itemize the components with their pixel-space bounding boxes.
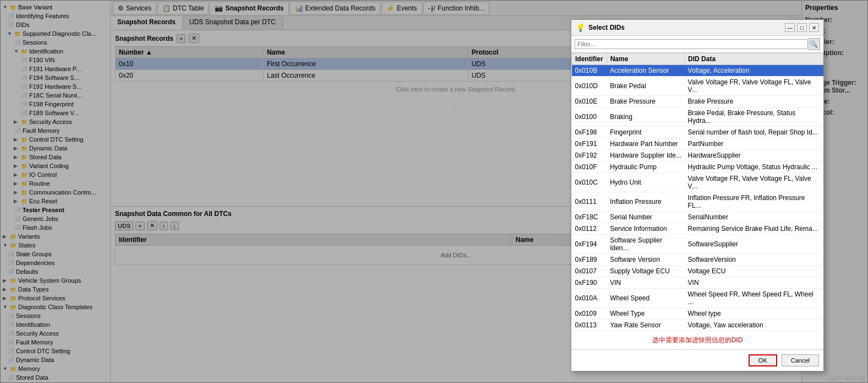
did-cell-id: 0xF18C	[572, 212, 607, 223]
did-cell-data: Brake Pressure	[685, 96, 823, 107]
did-cell-name: Software Supplier Iden...	[607, 235, 684, 254]
did-cell-data: Serial number of flash tool, Repair Shop…	[685, 127, 823, 138]
did-row[interactable]: 0xF190 VIN VIN	[572, 277, 823, 289]
did-row[interactable]: 0x010E Brake Pressure Brake Pressure	[572, 96, 823, 107]
did-cell-data: Brake Pedal, Brake Pressure, Status Hydr…	[685, 107, 823, 127]
did-row[interactable]: 0x010C Hydro Unit Valve Voltage FR, Valv…	[572, 173, 823, 192]
did-cell-name: Hydraulic Pump	[607, 161, 684, 173]
ok-button[interactable]: OK	[749, 354, 777, 366]
did-cell-data: SoftwareVersion	[685, 254, 823, 266]
did-row[interactable]: 0x010A Wheel Speed Wheel Speed FR, Wheel…	[572, 289, 823, 308]
did-cell-id: 0xF189	[572, 254, 607, 266]
did-cell-id: 0x010F	[572, 161, 607, 173]
dialog-title: Select DIDs	[588, 24, 782, 31]
did-cell-data: Wheel type	[685, 308, 823, 320]
did-row[interactable]: 0x010D Brake Pedal Valve Voltage FR, Val…	[572, 77, 823, 96]
did-row[interactable]: 0x0100 Braking Brake Pedal, Brake Pressu…	[572, 107, 823, 127]
did-cell-data: Remaining Service Brake Fluid Life, Rema…	[685, 223, 823, 235]
search-icon[interactable]: 🔍	[808, 38, 820, 50]
did-cell-data: Voltage ECU	[685, 266, 823, 277]
did-row[interactable]: 0x0109 Wheel Type Wheel type	[572, 308, 823, 320]
dialog-titlebar: 💡 Select DIDs — □ ✕	[571, 20, 823, 36]
did-row[interactable]: 0x0113 Yaw Rate Sensor Voltage, Yaw acce…	[572, 320, 823, 331]
did-cell-id: 0x0107	[572, 266, 607, 277]
did-cell-name: Hardware Part Number	[607, 138, 684, 150]
did-cell-data: Inflation Pressure FR, Inflation Pressur…	[685, 192, 823, 212]
did-row[interactable]: 0xF189 Software Version SoftwareVersion	[572, 254, 823, 266]
did-cell-name: Software Version	[607, 254, 684, 266]
did-cell-id: 0x0113	[572, 320, 607, 331]
did-row[interactable]: 0x0112 Service Information Remaining Ser…	[572, 223, 823, 235]
dialog-maximize-button[interactable]: □	[797, 23, 807, 32]
did-cell-id: 0x010D	[572, 77, 607, 96]
did-cell-data: VIN	[685, 277, 823, 289]
did-cell-id: 0x0112	[572, 223, 607, 235]
did-cell-data: HardwareSupplier	[685, 150, 823, 161]
dialog-search-bar: 🔍	[571, 36, 823, 53]
did-cell-id: 0x010C	[572, 173, 607, 192]
did-cell-data: Wheel Speed FR, Wheel Speed FL, Wheel ..…	[685, 289, 823, 308]
watermark: CSDN @up day	[827, 375, 866, 381]
did-row[interactable]: 0xF18C Serial Number SerialNumber	[572, 212, 823, 223]
did-cell-data: Hydraulic Pump Voltage, Status Hydraulic…	[685, 161, 823, 173]
dialog-controls: — □ ✕	[785, 23, 819, 32]
did-row[interactable]: 0x0107 Supply Voltage ECU Voltage ECU	[572, 266, 823, 277]
did-cell-name: VIN	[607, 277, 684, 289]
did-cell-id: 0xF192	[572, 150, 607, 161]
did-cell-name: Hardware Supplier Ide...	[607, 150, 684, 161]
did-cell-data: SerialNumber	[685, 212, 823, 223]
cancel-button[interactable]: Cancel	[782, 354, 819, 366]
did-cell-name: Acceleration Sensor	[607, 65, 684, 77]
did-row[interactable]: 0x0111 Inflation Pressure Inflation Pres…	[572, 192, 823, 212]
did-cell-name: Braking	[607, 107, 684, 127]
did-cell-id: 0xF190	[572, 277, 607, 289]
did-cell-id: 0x0111	[572, 192, 607, 212]
did-cell-name: Inflation Pressure	[607, 192, 684, 212]
did-col-data: DID Data	[685, 53, 823, 65]
did-cell-data: Valve Voltage FR, Valve Voltage FL, Valv…	[685, 77, 823, 96]
did-cell-name: Brake Pedal	[607, 77, 684, 96]
did-cell-data: Voltage, Acceleration	[685, 65, 823, 77]
did-cell-data: Valve Voltage FR, Valve Voltage FL, Valv…	[685, 173, 823, 192]
did-cell-id: 0xF194	[572, 235, 607, 254]
did-cell-data: SoftwareSupplier	[685, 235, 823, 254]
did-row[interactable]: 0x010F Hydraulic Pump Hydraulic Pump Vol…	[572, 161, 823, 173]
filter-input[interactable]	[575, 39, 808, 49]
dialog-table: Identifier Name DID Data 0x010B Accelera…	[571, 53, 823, 331]
did-cell-id: 0x0109	[572, 308, 607, 320]
did-cell-id: 0x010E	[572, 96, 607, 107]
did-row[interactable]: 0x010B Acceleration Sensor Voltage, Acce…	[572, 65, 823, 77]
did-cell-id: 0x010B	[572, 65, 607, 77]
dialog-close-button[interactable]: ✕	[809, 23, 819, 32]
did-cell-name: Supply Voltage ECU	[607, 266, 684, 277]
did-cell-id: 0xF191	[572, 138, 607, 150]
did-row[interactable]: 0xF194 Software Supplier Iden... Softwar…	[572, 235, 823, 254]
dialog-footer: OK Cancel	[571, 349, 823, 371]
did-selection-table: Identifier Name DID Data 0x010B Accelera…	[571, 53, 823, 331]
select-dids-dialog: 💡 Select DIDs — □ ✕ 🔍 Identifier Name DI…	[571, 19, 824, 371]
did-col-identifier: Identifier	[572, 53, 607, 65]
dialog-minimize-button[interactable]: —	[785, 23, 795, 32]
did-cell-name: Fingerprint	[607, 127, 684, 138]
did-cell-id: 0x010A	[572, 289, 607, 308]
dialog-note: 选中需要添加进快照信息的DID	[571, 331, 823, 349]
did-cell-name: Service Information	[607, 223, 684, 235]
did-cell-data: Voltage, Yaw acceleration	[685, 320, 823, 331]
dialog-title-icon: 💡	[576, 23, 585, 32]
did-cell-name: Yaw Rate Sensor	[607, 320, 684, 331]
did-cell-id: 0x0100	[572, 107, 607, 127]
did-cell-data: PartNumber	[685, 138, 823, 150]
did-row[interactable]: 0xF191 Hardware Part Number PartNumber	[572, 138, 823, 150]
did-cell-name: Hydro Unit	[607, 173, 684, 192]
did-cell-name: Wheel Speed	[607, 289, 684, 308]
did-cell-name: Brake Pressure	[607, 96, 684, 107]
did-cell-name: Serial Number	[607, 212, 684, 223]
did-cell-name: Wheel Type	[607, 308, 684, 320]
did-row[interactable]: 0xF198 Fingerprint Serial number of flas…	[572, 127, 823, 138]
did-col-name: Name	[607, 53, 684, 65]
did-row[interactable]: 0xF192 Hardware Supplier Ide... Hardware…	[572, 150, 823, 161]
did-cell-id: 0xF198	[572, 127, 607, 138]
